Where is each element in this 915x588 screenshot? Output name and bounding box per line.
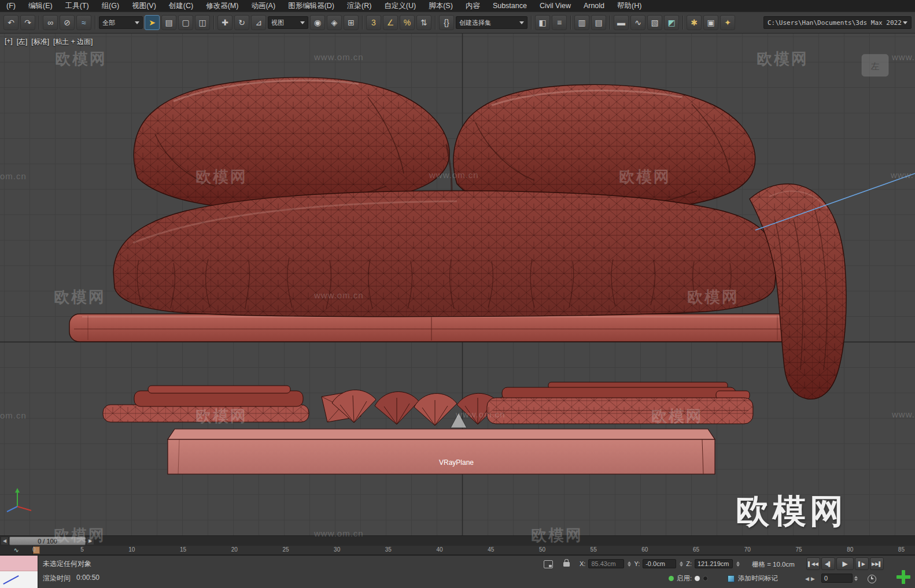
rotate-icon[interactable]: ↻ [234,15,249,30]
region-rect-icon[interactable]: ▢ [178,15,193,30]
time-prev-button[interactable]: ◀ [1,537,9,545]
menu-item[interactable]: (F) [0,1,22,11]
schematic-view-icon[interactable]: ▧ [647,15,662,30]
ribbon-icon[interactable]: ▬ [614,15,629,30]
go-to-end-button[interactable]: ▶▶▌ [870,557,884,570]
menu-item[interactable]: 修改器(M) [200,0,245,12]
toolbar-separator [531,16,532,29]
maxscript-mini-listener[interactable] [0,556,38,588]
link-icon[interactable]: ∞ [43,15,58,30]
isolate-selection-icon[interactable] [544,560,553,568]
window-crossing-icon[interactable]: ◫ [195,15,210,30]
next-frame-button[interactable]: ▌▶ [855,557,869,570]
pivot-center-icon[interactable]: ◉ [310,15,325,30]
select-object-icon[interactable]: ➤ [145,15,160,30]
time-slider-handle[interactable]: 0 / 100 [9,537,86,545]
unlink-icon[interactable]: ⊘ [60,15,75,30]
y-spinner[interactable] [680,561,683,567]
toolbar-separator [682,16,683,29]
frame-spinner[interactable] [854,576,858,581]
folded-blanket-stack[interactable] [103,382,753,426]
y-field[interactable]: -0.0cm [643,559,676,568]
time-configuration-icon[interactable] [868,575,876,583]
vray-plane[interactable]: VRayPlane [168,429,715,474]
angle-snap-icon[interactable]: ∠ [383,15,398,30]
key-prev-icon[interactable]: ◀ [805,576,809,582]
menu-bar: (F)编辑(E)工具(T)组(G)视图(V)创建(C)修改器(M)动画(A)图形… [0,0,915,12]
menu-item[interactable]: Arnold [577,1,611,11]
render-icon[interactable]: ✦ [720,15,735,30]
material-editor-icon[interactable]: ◩ [664,15,679,30]
z-spinner[interactable] [736,561,740,567]
snap-3d-icon[interactable]: 3 [366,15,381,30]
track-tick: 20 [231,546,238,553]
select-manipulate-icon[interactable]: ◈ [327,15,342,30]
x-field[interactable]: 85.43cm [588,559,624,568]
bind-spacewarp-icon[interactable]: ≈ [76,15,91,30]
selection-set-dropdown[interactable]: 创建选择集 [456,16,527,29]
menu-item[interactable]: 图形编辑器(D) [282,0,341,12]
menu-item[interactable]: 动画(A) [245,0,282,12]
selection-filter-dropdown[interactable]: 全部 [99,16,143,29]
selection-lock-icon[interactable] [563,562,570,567]
toolbar-separator [570,16,571,29]
menu-item[interactable]: 工具(T) [59,0,95,12]
viewport-standard-menu[interactable]: [标准] [31,37,49,47]
menu-item[interactable]: 自定义(U) [378,0,422,12]
named-sets-icon[interactable]: {} [439,15,454,30]
mattress[interactable] [113,191,776,317]
menu-item[interactable]: 创建(C) [163,0,200,12]
undo-icon[interactable]: ↶ [3,15,19,30]
go-to-start-button[interactable]: ▌◀◀ [806,557,820,570]
menu-item[interactable]: 脚本(S) [422,0,459,12]
project-path-dropdown[interactable]: C:\Users\Han\Documents\3ds Max 2022 [763,16,912,29]
add-time-tag[interactable]: 添加时间标记 [728,574,778,583]
render-setup-icon[interactable]: ✱ [687,15,702,30]
time-slider-track[interactable]: ◀ 0 / 100 ▶ [0,535,915,546]
redo-icon[interactable]: ↷ [20,15,35,30]
track-tick: 5 [80,546,84,553]
scene-explorer-icon[interactable]: ▥ [574,15,589,30]
bed-frame[interactable] [69,314,794,342]
keyboard-override-icon[interactable]: ⊞ [344,15,359,30]
scale-icon[interactable]: ⊿ [251,15,266,30]
time-next-button[interactable]: ▶ [86,537,94,545]
menu-item[interactable]: 视图(V) [126,0,163,12]
rendered-frame-icon[interactable]: ▣ [703,15,718,30]
add-button[interactable] [895,568,912,586]
percent-snap-icon[interactable]: % [400,15,415,30]
viewport-left[interactable]: [+] [左] [标准] [粘土 + 边面] [0,34,915,535]
track-bar[interactable]: ∿ 0510152025303540455055606570758085 [0,546,915,555]
pivot-gizmo[interactable] [451,413,467,428]
current-frame-field[interactable]: 0 [821,574,853,583]
menu-item[interactable]: 渲染(R) [341,0,378,12]
enable-on-icon[interactable] [695,576,700,581]
previous-frame-button[interactable]: ◀▌ [821,557,835,570]
viewport-pov-menu[interactable]: [左] [17,37,28,47]
menu-item[interactable]: 组(G) [95,0,126,12]
menu-item[interactable]: 编辑(E) [22,0,59,12]
enable-off-icon[interactable] [703,576,708,581]
menu-item[interactable]: 帮助(H) [611,0,648,12]
viewport-general-menu[interactable]: [+] [5,37,13,47]
enable-status-icon[interactable] [669,576,674,581]
select-by-name-icon[interactable]: ▤ [161,15,176,30]
align-icon[interactable]: ≡ [552,15,567,30]
curve-editor-icon[interactable]: ∿ [630,15,645,30]
coord-system-dropdown[interactable]: 视图 [268,16,308,29]
x-spinner[interactable] [628,561,631,567]
spinner-snap-icon[interactable]: ⇅ [416,15,431,30]
menu-item[interactable]: 内容 [459,0,486,12]
mini-curve-editor-icon[interactable]: ∿ [0,546,33,554]
key-next-icon[interactable]: ▶ [811,576,815,582]
menu-item[interactable]: Civil View [533,1,577,11]
menu-item[interactable]: Substance [486,1,533,11]
z-field[interactable]: 121.219cm [695,559,733,568]
viewport-shading-menu[interactable]: [粘土 + 边面] [53,37,93,47]
mirror-icon[interactable]: ◧ [535,15,550,30]
pillow-left[interactable] [134,77,449,209]
viewcube[interactable]: 左 [862,54,888,76]
move-icon[interactable]: ✚ [217,15,233,30]
layer-manager-icon[interactable]: ▤ [591,15,606,30]
play-button[interactable]: ▶ [836,557,854,570]
